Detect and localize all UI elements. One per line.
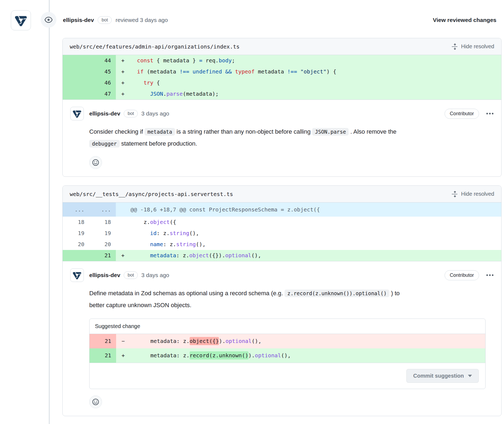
hide-resolved-button[interactable]: Hide resolved xyxy=(452,191,494,197)
caret-down-icon xyxy=(468,375,472,377)
code-token: : z. xyxy=(176,252,189,259)
comment-text: better capture unknown JSON objects. xyxy=(89,302,192,309)
diff-sign: − xyxy=(116,334,131,348)
comment-timestamp[interactable]: 3 days ago xyxy=(141,110,169,117)
comment-author[interactable]: ellipsis-dev xyxy=(89,272,120,278)
code-token xyxy=(189,68,193,75)
inline-code: JSON.parse xyxy=(312,128,349,136)
diff-row: 21− metadata: z.object({}).optional(), xyxy=(90,334,485,348)
comment-text: . Also remove the xyxy=(349,128,396,135)
reviewer-avatar[interactable] xyxy=(11,10,31,30)
code-token: { metadata } xyxy=(153,57,199,64)
commit-suggestion-label: Commit suggestion xyxy=(413,373,464,379)
diff-row: 1919 id: z.string(), xyxy=(63,228,501,239)
new-line-number: 21 xyxy=(89,250,116,261)
code-token: : z. xyxy=(157,230,170,236)
comment-author[interactable]: ellipsis-dev xyxy=(89,110,120,117)
comment-bot-badge: bot xyxy=(124,271,138,279)
code-token: optional xyxy=(225,338,251,344)
code-line: metadata: z.object({}).optional(), xyxy=(131,334,485,348)
view-reviewed-changes-link[interactable]: View reviewed changes xyxy=(433,17,496,23)
file-path-link[interactable]: web/src/__tests__/async/projects-api.ser… xyxy=(70,191,233,197)
diff-sign: + xyxy=(116,66,130,77)
code-token: (metadata); xyxy=(183,91,219,97)
code-line: z.object({ xyxy=(130,217,501,228)
timeline-line xyxy=(49,0,50,424)
code-line: const { metadata } = req.body; xyxy=(130,55,501,66)
code-token: metadata: z. xyxy=(131,352,190,359)
inline-code: debugger xyxy=(89,140,120,147)
code-token: if xyxy=(137,68,143,75)
comment-menu-button[interactable] xyxy=(486,112,494,115)
file-header: web/src/ee/features/admin-api/organizati… xyxy=(63,38,501,55)
code-token: name xyxy=(150,241,163,248)
bot-badge: bot xyxy=(98,16,112,24)
code-token: && xyxy=(225,68,232,75)
code-line: metadata: z.object({}).optional(), xyxy=(130,250,501,261)
diff-row: 47+ JSON.parse(metadata); xyxy=(63,88,501,99)
suggested-change-footer: Commit suggestion xyxy=(90,363,485,389)
code-token: (), xyxy=(251,252,261,259)
file-path-link[interactable]: web/src/ee/features/admin-api/organizati… xyxy=(70,43,240,50)
comment-text: Consider checking if xyxy=(89,128,145,135)
comment-timestamp[interactable]: 3 days ago xyxy=(141,272,169,278)
add-reaction-button[interactable] xyxy=(89,396,102,408)
code-token: ; xyxy=(232,57,235,64)
comment-menu-button[interactable] xyxy=(486,274,494,277)
suggestion-diff-table: 21− metadata: z.object({}).optional(),21… xyxy=(90,334,485,363)
ellipsis-logo-icon xyxy=(14,14,27,27)
suggested-change-label: Suggested change xyxy=(90,319,485,334)
code-token xyxy=(130,241,150,248)
code-token: !== xyxy=(287,68,297,75)
file-header: web/src/__tests__/async/projects-api.ser… xyxy=(63,186,501,203)
old-line-number xyxy=(63,77,89,88)
diff-sign: + xyxy=(116,77,130,88)
code-token: record(z.unknown() xyxy=(190,351,248,359)
code-token xyxy=(130,230,150,236)
code-token: : z. xyxy=(163,241,176,248)
code-token: = xyxy=(199,57,202,64)
code-line: if (metadata !== undefined && typeof met… xyxy=(130,66,501,77)
ellipsis-logo-icon xyxy=(72,109,82,118)
code-token xyxy=(130,252,150,259)
old-line-number xyxy=(63,250,89,261)
diff-row: 44+ const { metadata } = req.body; xyxy=(63,55,501,66)
new-line-number: 19 xyxy=(89,228,116,239)
comment-avatar[interactable] xyxy=(70,107,84,120)
reviewer-login[interactable]: ellipsis-dev xyxy=(63,17,94,23)
diff-sign: + xyxy=(116,55,130,66)
code-line: metadata: z.record(z.unknown()).optional… xyxy=(131,348,485,363)
code-token: z. xyxy=(130,219,150,225)
contributor-badge: Contributor xyxy=(445,109,479,119)
code-token: const xyxy=(137,57,153,64)
unfold-icon xyxy=(452,191,458,197)
hide-resolved-button[interactable]: Hide resolved xyxy=(452,43,494,50)
code-line: JSON.parse(metadata); xyxy=(130,88,501,99)
inline-code: z.record(z.unknown()).optional() xyxy=(285,290,389,297)
code-token: (), xyxy=(252,338,261,344)
contributor-badge: Contributor xyxy=(445,270,479,280)
commit-suggestion-button[interactable]: Commit suggestion xyxy=(406,369,479,383)
new-line-number: 44 xyxy=(89,55,116,66)
old-line-number xyxy=(63,55,89,66)
code-token: ({ xyxy=(170,219,176,225)
comment-avatar[interactable] xyxy=(70,268,84,282)
code-line: try { xyxy=(130,77,501,88)
review-event-badge xyxy=(41,12,56,28)
code-token: ). xyxy=(219,338,225,344)
add-reaction-button[interactable] xyxy=(89,156,102,169)
diff-row: 45+ if (metadata !== undefined && typeof… xyxy=(63,66,501,77)
code-token: try xyxy=(143,79,153,86)
code-line: id: z.string(), xyxy=(130,228,501,239)
code-token: !== xyxy=(180,68,189,75)
code-token: . xyxy=(163,91,166,97)
code-token: metadata: z. xyxy=(131,338,190,344)
new-line-number: 46 xyxy=(89,77,116,88)
code-line: @@ -18,6 +18,7 @@ const ProjectResponseS… xyxy=(130,203,501,217)
diff-table: 44+ const { metadata } = req.body;45+ if… xyxy=(63,55,501,99)
code-token xyxy=(232,68,235,75)
code-token: req. xyxy=(202,57,219,64)
new-line-number: 18 xyxy=(89,217,116,228)
code-token: ) { xyxy=(327,68,336,75)
comment-body: Define metadata in Zod schemas as option… xyxy=(89,287,494,311)
